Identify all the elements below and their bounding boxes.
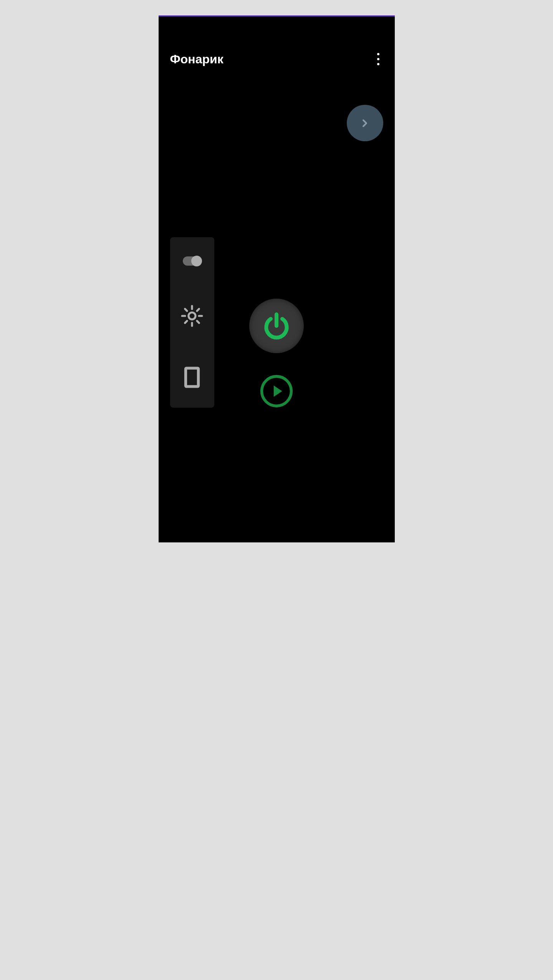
svg-line-6	[197, 321, 199, 323]
power-icon	[261, 311, 292, 341]
chevron-right-icon	[359, 117, 371, 129]
app-screen: Фонарик	[159, 15, 395, 542]
mode-toggle[interactable]	[183, 256, 201, 266]
header: Фонарик	[159, 17, 395, 69]
play-button[interactable]	[260, 374, 293, 408]
dot-icon	[377, 53, 379, 55]
menu-button[interactable]	[373, 49, 383, 69]
screen-mode-button[interactable]	[184, 366, 200, 388]
play-circle-icon	[260, 374, 293, 408]
app-content: Фонарик	[159, 17, 395, 542]
svg-line-7	[185, 321, 187, 323]
toggle-knob	[191, 256, 202, 266]
svg-line-8	[197, 309, 199, 311]
power-button[interactable]	[249, 299, 304, 353]
svg-line-5	[185, 309, 187, 311]
rectangle-icon	[184, 366, 200, 388]
page-title: Фонарик	[170, 52, 224, 66]
dot-icon	[377, 58, 379, 60]
svg-point-0	[189, 312, 195, 319]
brightness-button[interactable]	[180, 304, 204, 328]
side-panel	[170, 237, 214, 408]
brightness-icon	[180, 304, 204, 328]
center-controls	[249, 299, 304, 408]
dot-icon	[377, 63, 379, 65]
next-button[interactable]	[347, 105, 383, 141]
svg-rect-9	[186, 368, 199, 387]
